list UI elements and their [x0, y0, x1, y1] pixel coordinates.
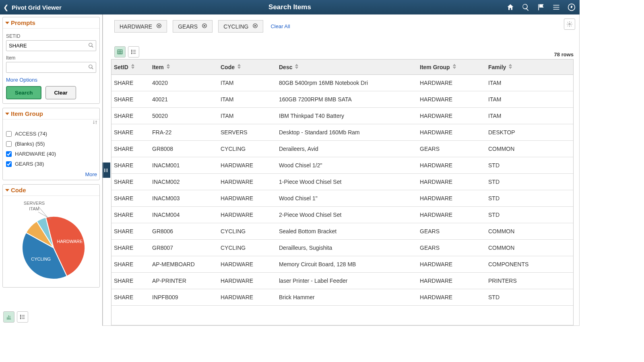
- table-cell: HARDWARE: [417, 108, 486, 124]
- item-group-more-link[interactable]: More: [85, 171, 97, 177]
- chart-view-button[interactable]: [3, 311, 14, 323]
- table-cell: Brick Hammer: [277, 289, 417, 305]
- table-row[interactable]: SHAREINACM004HARDWARE2-Piece Wood Chisel…: [111, 207, 573, 223]
- remove-chip-icon[interactable]: [202, 23, 207, 30]
- item-input[interactable]: [6, 62, 96, 73]
- table-row[interactable]: SHAREFRA-22SERVERSDesktop - Standard 160…: [111, 124, 573, 141]
- table-cell: COMMON: [486, 141, 573, 157]
- item-group-checkbox[interactable]: [6, 161, 12, 167]
- table-cell: GEARS: [417, 240, 486, 256]
- code-header[interactable]: Code: [3, 185, 99, 196]
- table-row[interactable]: SHARE40020ITAM80GB 5400rpm 16MB Notebook…: [111, 75, 573, 91]
- item-group-checkbox[interactable]: [6, 131, 12, 137]
- item-group-option[interactable]: HARDWARE (40): [6, 149, 98, 159]
- sort-icon: [237, 64, 241, 70]
- table-cell: Deraileers, Avid: [277, 141, 417, 157]
- caret-down-icon: [5, 113, 9, 115]
- table-row[interactable]: SHAREAP-MEMBOARDHARDWAREMemory Circuit B…: [111, 256, 573, 273]
- setid-input[interactable]: [6, 40, 96, 51]
- item-group-checkbox[interactable]: [6, 141, 12, 147]
- settings-button[interactable]: [564, 19, 575, 30]
- table-cell: HARDWARE: [218, 289, 277, 305]
- table-cell: GR8007: [150, 240, 218, 256]
- item-group-header[interactable]: Item Group: [3, 108, 99, 119]
- home-icon[interactable]: [506, 3, 514, 11]
- table-cell: 2-Piece Wood Chisel Set: [277, 207, 417, 223]
- table-cell: HARDWARE: [417, 124, 486, 140]
- table-cell: CYCLING: [218, 240, 277, 256]
- table-cell: HARDWARE: [417, 91, 486, 107]
- search-icon[interactable]: [522, 3, 530, 11]
- column-header-label: Desc: [279, 64, 292, 70]
- svg-point-11: [131, 51, 132, 52]
- code-card: Code HARDWARECYCLINGSERVERSITAM: [2, 184, 100, 288]
- table-cell: HARDWARE: [417, 289, 486, 305]
- remove-chip-icon[interactable]: [252, 23, 258, 30]
- table-row[interactable]: SHAREGR8006CYCLINGSealed Bottom BracketG…: [111, 223, 573, 240]
- table-cell: HARDWARE: [417, 174, 486, 190]
- compass-icon[interactable]: [568, 3, 576, 11]
- table-cell: STD: [486, 289, 573, 305]
- svg-point-4: [20, 317, 21, 317]
- sort-facet-icon[interactable]: [92, 120, 98, 126]
- flag-icon[interactable]: [537, 3, 545, 11]
- table-row[interactable]: SHAREAP-PRINTERHARDWARElaser Printer - L…: [111, 273, 573, 289]
- item-group-title: Item Group: [11, 110, 43, 117]
- table-row[interactable]: SHAREINACM003HARDWAREWood Chisel 1"HARDW…: [111, 190, 573, 207]
- table-cell: HARDWARE: [218, 256, 277, 272]
- filter-chip: CYCLING: [218, 20, 263, 33]
- table-cell: 40021: [150, 91, 218, 107]
- main-area: HARDWAREGEARSCYCLINGClear All 78 rows Se…: [103, 14, 580, 326]
- item-group-option[interactable]: (Blanks) (55): [6, 139, 98, 149]
- grid-view-button[interactable]: [114, 46, 126, 58]
- table-cell: INPFB009: [150, 289, 218, 305]
- item-group-option[interactable]: GEARS (38): [6, 159, 98, 169]
- filter-chip-label: GEARS: [178, 23, 198, 30]
- svg-point-12: [131, 53, 132, 54]
- menu-icon[interactable]: [552, 3, 560, 11]
- left-view-toggle: [3, 311, 28, 323]
- left-panel-scroll[interactable]: Prompts SETID Item: [0, 14, 102, 326]
- chevron-left-icon: ❮: [3, 4, 8, 11]
- table-row[interactable]: SHAREINACM002HARDWARE1-Piece Wood Chisel…: [111, 174, 573, 190]
- table-cell: FRA-22: [150, 124, 218, 140]
- table-row[interactable]: SHARE40021ITAM160GB 7200RPM 8MB SATAHARD…: [111, 91, 573, 108]
- item-group-option[interactable]: ACCESS (74): [6, 129, 98, 139]
- column-header[interactable]: Code: [218, 60, 277, 74]
- back-button[interactable]: ❮ Pivot Grid Viewer: [0, 4, 62, 11]
- more-options-link[interactable]: More Options: [6, 77, 37, 83]
- setid-lookup-icon[interactable]: [88, 42, 94, 49]
- pie-callout-label: ITAM: [29, 206, 39, 211]
- table-row[interactable]: SHARE50020ITAMIBM Thinkpad T40 BatteryHA…: [111, 108, 573, 124]
- filter-chip-label: CYCLING: [223, 23, 248, 30]
- clear-button[interactable]: Clear: [45, 86, 76, 99]
- table-row[interactable]: SHAREINPFB009HARDWAREBrick HammerHARDWAR…: [111, 289, 573, 306]
- column-header[interactable]: Item: [150, 60, 218, 74]
- sort-icon: [131, 64, 135, 70]
- table-cell: SHARE: [111, 240, 150, 256]
- table-row[interactable]: SHAREINACM001HARDWAREWood Chisel 1/2"HAR…: [111, 157, 573, 174]
- column-header[interactable]: SetID: [111, 60, 150, 74]
- table-cell: AP-PRINTER: [150, 273, 218, 289]
- item-lookup-icon[interactable]: [88, 64, 94, 71]
- pie-slice-label: HARDWARE: [57, 239, 83, 244]
- table-row[interactable]: SHAREGR8007CYCLINGDerailleurs, Sugishita…: [111, 240, 573, 256]
- table-row[interactable]: SHAREGR8008CYCLINGDeraileers, AvidGEARSC…: [111, 141, 573, 157]
- column-header[interactable]: Desc: [277, 60, 417, 74]
- clear-all-link[interactable]: Clear All: [270, 23, 290, 29]
- item-group-checkbox[interactable]: [6, 151, 12, 157]
- item-label: Item: [6, 55, 96, 61]
- table-cell: laser Printer - Label Feeder: [277, 273, 417, 289]
- grid-body[interactable]: SHARE40020ITAM80GB 5400rpm 16MB Notebook…: [111, 75, 573, 325]
- item-group-option-label: GEARS (38): [15, 161, 44, 167]
- remove-chip-icon[interactable]: [156, 23, 162, 30]
- search-button[interactable]: Search: [6, 86, 41, 99]
- list-view-button[interactable]: [17, 311, 28, 323]
- detail-view-button[interactable]: [128, 46, 139, 58]
- table-cell: SERVERS: [218, 124, 277, 140]
- column-header[interactable]: Family: [486, 60, 573, 74]
- item-group-option-label: HARDWARE (40): [15, 151, 56, 157]
- table-cell: COMMON: [486, 223, 573, 239]
- prompts-header[interactable]: Prompts: [3, 17, 99, 29]
- column-header[interactable]: Item Group: [417, 60, 486, 74]
